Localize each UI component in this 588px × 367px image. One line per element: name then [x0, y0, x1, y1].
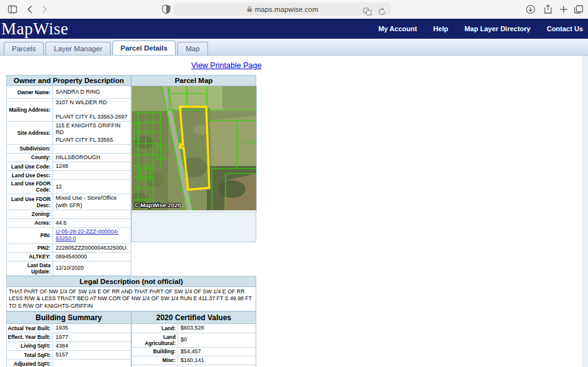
table-row: Land Use Code: 1248	[6, 162, 131, 171]
field-label: Land Agricultural:	[132, 333, 178, 347]
field-value	[53, 171, 131, 179]
field-value: 44.6	[53, 219, 131, 227]
tab-parcel-details[interactable]: Parcel Details	[112, 41, 176, 55]
privacy-shield-icon[interactable]	[161, 4, 171, 14]
new-tab-icon[interactable]	[559, 4, 569, 14]
field-label: Land Use FDOR Code:	[7, 180, 53, 193]
field-value	[53, 145, 131, 153]
tab-overview-icon[interactable]	[574, 4, 584, 14]
header-nav: My Account Help Map Layer Directory Cont…	[378, 19, 583, 39]
nav-help[interactable]: Help	[433, 25, 448, 32]
mapwise-logo[interactable]: MapWise	[1, 19, 68, 38]
field-label: Last Data Update:	[7, 262, 53, 275]
field-label: Land Use Desc:	[7, 171, 53, 179]
field-label: Actual Year Built:	[7, 324, 53, 332]
table-row: Building: $54,457	[131, 348, 256, 356]
field-label: ALTKEY:	[7, 253, 53, 261]
page-content: View Printable Page Owner and Property D…	[0, 56, 588, 367]
legal-description-title: Legal Description (not official)	[6, 276, 256, 287]
table-row: ALTKEY: 0894540000	[6, 253, 131, 262]
table-row: Effect. Year Built: 1977	[6, 333, 131, 342]
building-summary-title: Building Summary	[6, 311, 131, 324]
downloads-icon[interactable]	[526, 4, 536, 14]
table-row: PIN2: 222805ZZZ000004632500U	[6, 244, 131, 253]
field-value: 0894540000	[53, 253, 131, 261]
pin-link[interactable]: U-05-28-22-ZZZ-000004-63250.0	[56, 228, 129, 243]
certified-values-fields: Land: $603,528 Land Agricultural: $0 Bui…	[131, 324, 256, 367]
table-row: Last Data Update: 12/10/2020	[6, 262, 131, 276]
nav-my-account[interactable]: My Account	[378, 25, 417, 32]
table-row: Mailing Address: 3107 N WILDER RD PLANT …	[6, 99, 131, 122]
table-row: Adjusted SqFt:	[6, 360, 131, 367]
lock-icon	[247, 6, 252, 12]
building-summary-fields: Actual Year Built: 1935 Effect. Year Bui…	[6, 324, 131, 367]
translate-icon[interactable]	[363, 7, 372, 16]
certified-values-title: 2020 Certified Values	[131, 311, 256, 324]
table-row: Living SqFt: 4384	[6, 342, 131, 351]
share-icon[interactable]	[543, 4, 553, 14]
field-value: $160,141	[178, 356, 256, 365]
field-label: Owner Name:	[7, 86, 53, 98]
field-label: Land Use FDOR Desc:	[7, 194, 53, 210]
owner-section-title: Owner and Property Description	[6, 75, 131, 86]
scrollbar-track[interactable]	[582, 56, 588, 367]
field-label: Land Use Code:	[7, 162, 53, 170]
sidebar-toggle-icon[interactable]	[7, 4, 17, 14]
parcel-map-column: © MapWise 2020	[131, 86, 256, 276]
field-value: 115 E KNIGHTS GRIFFIN RD PLANT CITY FL 3…	[53, 122, 131, 144]
field-value: $603,528	[178, 324, 256, 332]
address-bar[interactable]: maps.mapwise.com	[174, 2, 391, 16]
table-row: PIN: U-05-28-22-ZZZ-000004-63250.0	[6, 228, 131, 244]
tab-parcels[interactable]: Parcels	[4, 42, 44, 55]
owner-property-fields: Owner Name: SANDRA D RING Mailing Addres…	[6, 86, 131, 276]
table-row: Owner Name: SANDRA D RING	[6, 86, 131, 99]
field-value: 5157	[53, 351, 131, 359]
nav-map-layer-directory[interactable]: Map Layer Directory	[464, 25, 531, 32]
field-value	[53, 360, 131, 367]
table-row: Site Address: 115 E KNIGHTS GRIFFIN RD P…	[6, 122, 131, 145]
field-label: Living SqFt:	[7, 342, 53, 350]
field-value: HILLSBOROUGH	[53, 154, 131, 162]
field-label: Land:	[132, 324, 178, 332]
table-row: Acres: 44.6	[6, 219, 131, 228]
field-value: $54,457	[178, 348, 256, 356]
field-label: Subdivision:	[7, 145, 53, 153]
table-row: Land: $603,528	[131, 324, 256, 333]
field-value: 1977	[53, 333, 131, 341]
url-text: maps.mapwise.com	[255, 6, 319, 13]
table-row: Subdivision:	[6, 145, 131, 154]
site-header: MapWise My Account Help Map Layer Direct…	[0, 19, 588, 39]
back-icon[interactable]	[25, 4, 35, 14]
table-row: Misc: $160,141	[131, 356, 256, 365]
field-value	[53, 210, 131, 218]
field-label: Building:	[132, 348, 178, 356]
table-row: Zoning:	[6, 210, 131, 219]
field-label: PIN:	[7, 228, 53, 243]
map-watermark: © MapWise 2020	[134, 202, 181, 208]
field-label: Site Address:	[7, 122, 53, 144]
field-value: $0	[178, 333, 256, 347]
table-row: Land Use Desc:	[6, 171, 131, 180]
field-label: Effect. Year Built:	[7, 333, 53, 341]
field-label: Acres:	[7, 219, 53, 227]
field-value: 222805ZZZ000004632500U	[53, 244, 131, 252]
field-label: Adjusted SqFt:	[7, 360, 53, 367]
field-value: U-05-28-22-ZZZ-000004-63250.0	[53, 228, 131, 243]
table-row: Actual Year Built: 1935	[6, 324, 131, 333]
tab-layer-manager[interactable]: Layer Manager	[46, 42, 110, 55]
nav-contact-us[interactable]: Contact Us	[547, 25, 583, 32]
view-printable-page-link[interactable]: View Printable Page	[191, 61, 261, 70]
tab-map[interactable]: Map	[177, 42, 207, 55]
field-value: 4384	[53, 342, 131, 350]
tab-bar: Parcels Layer Manager Parcel Details Map	[0, 39, 588, 56]
browser-toolbar: maps.mapwise.com	[0, 0, 588, 19]
field-label: Total SqFt:	[7, 351, 53, 359]
field-value: SANDRA D RING	[53, 86, 131, 98]
table-row: Land Use FDOR Desc: Mixed Use - Store/Of…	[6, 194, 131, 210]
map-column-filler	[131, 212, 256, 242]
table-row: Land Agricultural: $0	[131, 333, 256, 348]
forward-icon	[39, 4, 49, 14]
parcel-map-image[interactable]: © MapWise 2020	[131, 86, 257, 212]
legal-description-text: THAT PART OF NW 1/4 OF SW 1/4 E OF RR AN…	[6, 287, 256, 311]
reload-icon[interactable]	[377, 7, 386, 16]
